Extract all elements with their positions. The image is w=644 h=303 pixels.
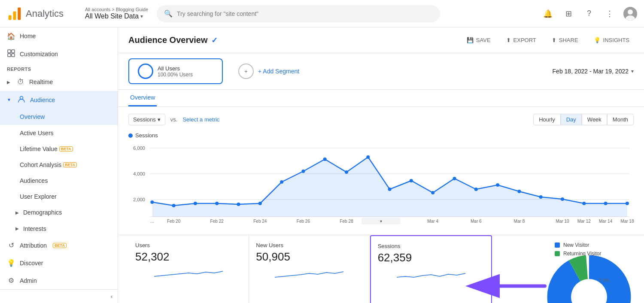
- metric-select-dropdown[interactable]: Sessions ▾: [128, 114, 165, 125]
- attribution-icon: ↺: [7, 241, 15, 249]
- main-content: Audience Overview ✓ 💾 SAVE ⬆ EXPORT ⬆ SH…: [118, 27, 644, 303]
- account-selector[interactable]: All accounts > Blogging Guide All Web Si…: [85, 7, 148, 20]
- sidebar-item-admin[interactable]: ⚙ Admin: [0, 272, 118, 289]
- sidebar-sub-lifetime-value-label: Lifetime Value: [20, 145, 58, 152]
- sidebar-item-attribution-label: Attribution: [20, 242, 47, 249]
- sessions-sparkline: [378, 268, 484, 280]
- sidebar-sub-lifetime-value[interactable]: Lifetime Value BETA: [0, 141, 118, 157]
- sidebar-sub-user-explorer-label: User Explorer: [20, 193, 57, 200]
- chart-point: [150, 200, 154, 204]
- top-nav-actions: 🔔 ⊞ ? ⋮: [541, 7, 637, 21]
- export-button[interactable]: ⬆ EXPORT: [502, 34, 541, 46]
- svg-text:Feb 26: Feb 26: [297, 219, 310, 224]
- svg-rect-6: [8, 50, 11, 53]
- svg-text:...: ...: [150, 219, 154, 224]
- sidebar-sub-demographics[interactable]: ▶ Demographics: [0, 205, 118, 221]
- apps-grid-button[interactable]: ⊞: [562, 7, 575, 21]
- insights-button[interactable]: 💡 INSIGHTS: [589, 34, 634, 46]
- attribution-beta-badge: BETA: [53, 243, 67, 248]
- user-avatar[interactable]: [623, 7, 637, 21]
- sessions-legend-label: Sessions: [135, 132, 158, 139]
- chart-point: [388, 188, 392, 191]
- sidebar-item-home[interactable]: 🏠 Home: [0, 27, 118, 45]
- date-range-selector[interactable]: Feb 18, 2022 - Mar 19, 2022 ▾: [553, 68, 634, 75]
- svg-text:4,000: 4,000: [133, 171, 145, 176]
- returning-visitor-legend-dot: [555, 251, 560, 256]
- select-metric-button[interactable]: Select a metric: [182, 116, 219, 123]
- users-label: Users: [135, 242, 242, 248]
- date-range-dropdown-arrow: ▾: [631, 68, 634, 74]
- chart-point: [280, 180, 283, 184]
- svg-text:Mar 10: Mar 10: [556, 219, 569, 224]
- chart-point: [366, 155, 370, 159]
- svg-rect-7: [12, 50, 15, 53]
- time-tab-day[interactable]: Day: [561, 114, 582, 125]
- sidebar-sub-audiences[interactable]: Audiences: [0, 173, 118, 189]
- search-bar[interactable]: 🔍: [157, 5, 440, 22]
- add-segment-button[interactable]: + + Add Segment: [230, 59, 308, 83]
- sidebar-item-attribution[interactable]: ↺ Attribution BETA: [0, 236, 118, 254]
- metric-card-new-users: New Users 50,905: [249, 235, 370, 303]
- account-name: All Web Site Data: [85, 12, 139, 20]
- chart-container: 6,000 4,000 2,000: [128, 142, 634, 228]
- overview-tab[interactable]: Overview: [128, 90, 157, 106]
- sessions-legend-dot: [128, 133, 133, 138]
- sessions-value: 62,359: [378, 251, 484, 264]
- svg-text:Mar 6: Mar 6: [471, 219, 482, 224]
- chart-point: [496, 183, 499, 187]
- svg-point-4: [628, 9, 633, 15]
- sidebar-sub-demographics-label: Demographics: [23, 209, 62, 216]
- svg-rect-0: [9, 15, 12, 20]
- account-main-selector[interactable]: All Web Site Data ▾: [85, 12, 148, 20]
- sidebar-collapse-button[interactable]: ‹: [0, 289, 118, 303]
- svg-text:Mar 4: Mar 4: [427, 219, 438, 224]
- sidebar-item-audience[interactable]: ▼ Audience: [0, 91, 118, 109]
- audience-icon: [17, 95, 26, 105]
- svg-text:Feb 20: Feb 20: [167, 219, 181, 224]
- time-tab-week[interactable]: Week: [582, 114, 607, 125]
- time-tab-month[interactable]: Month: [607, 114, 634, 125]
- sidebar-sub-interests-label: Interests: [23, 225, 46, 232]
- top-navigation: Analytics All accounts > Blogging Guide …: [0, 0, 644, 27]
- metric-controls: Sessions ▾ vs. Select a metric Hourly Da…: [128, 114, 634, 125]
- new-visitor-legend-dot: [555, 242, 560, 248]
- sidebar-sub-active-users[interactable]: Active Users: [0, 125, 118, 141]
- time-range-tabs: Hourly Day Week Month: [533, 114, 634, 125]
- sidebar-sub-user-explorer[interactable]: User Explorer: [0, 189, 118, 205]
- chart-point: [194, 202, 197, 205]
- sidebar-item-discover[interactable]: 💡 Discover: [0, 254, 118, 272]
- sidebar-sub-overview-label: Overview: [20, 113, 45, 120]
- svg-text:7.6%: 7.6%: [598, 278, 609, 283]
- sidebar-sub-interests[interactable]: ▶ Interests: [0, 221, 118, 236]
- export-icon: ⬆: [506, 37, 511, 43]
- pie-chart: 92.4% 7.6%: [555, 263, 623, 303]
- customization-icon: [7, 49, 15, 59]
- help-button[interactable]: ?: [582, 7, 596, 21]
- svg-text:Feb 22: Feb 22: [210, 219, 224, 224]
- all-users-segment[interactable]: All Users 100.00% Users: [128, 58, 223, 84]
- search-input[interactable]: [177, 10, 433, 17]
- chart-area-fill: [152, 157, 627, 217]
- all-users-segment-circle: [138, 64, 153, 79]
- chart-point: [626, 202, 629, 205]
- notifications-button[interactable]: 🔔: [541, 7, 555, 21]
- all-users-segment-text: All Users 100.00% Users: [158, 65, 193, 78]
- sidebar-sub-overview[interactable]: Overview: [0, 109, 118, 125]
- collapse-icon: ‹: [111, 293, 112, 300]
- svg-rect-9: [12, 54, 15, 57]
- svg-text:Mar 12: Mar 12: [577, 219, 591, 224]
- svg-text:Feb 24: Feb 24: [253, 219, 267, 224]
- pie-legend-area: New Visitor Returning Visitor 92.4% 7: [548, 235, 634, 303]
- chart-point: [301, 170, 305, 173]
- realtime-icon: ⏱: [16, 78, 25, 86]
- insights-icon: 💡: [594, 37, 601, 43]
- sidebar-sub-cohort-analysis[interactable]: Cohort Analysis BETA: [0, 157, 118, 173]
- share-button[interactable]: ⬆ SHARE: [547, 34, 583, 46]
- time-tab-hourly[interactable]: Hourly: [533, 114, 561, 125]
- sidebar-item-customization[interactable]: Customization: [0, 45, 118, 63]
- save-button[interactable]: 💾 SAVE: [462, 34, 495, 46]
- more-options-button[interactable]: ⋮: [603, 7, 617, 21]
- chart-point: [453, 177, 456, 180]
- svg-rect-8: [8, 54, 11, 57]
- sidebar-item-realtime[interactable]: ▶ ⏱ Realtime: [0, 73, 118, 91]
